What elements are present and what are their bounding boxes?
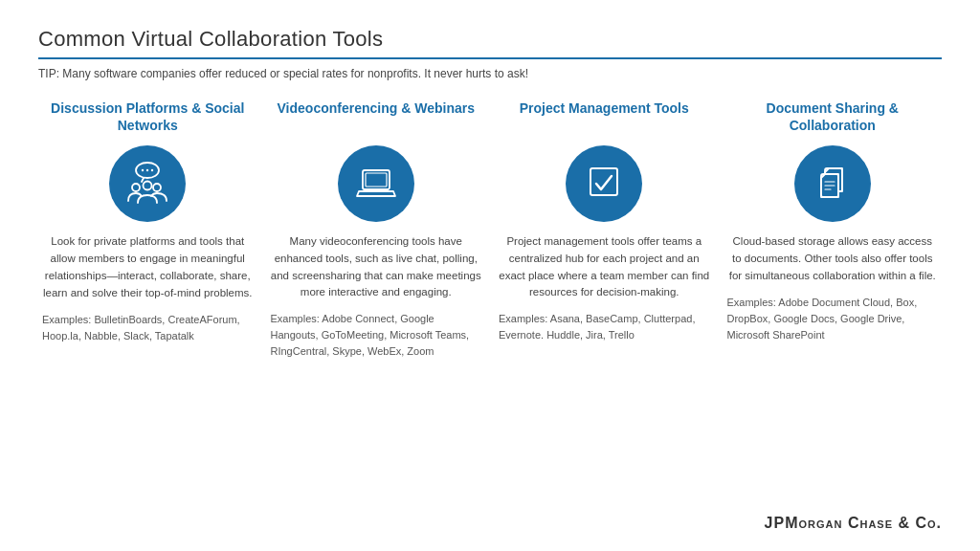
checkbox-icon xyxy=(579,161,629,207)
col-examples-projectmanagement: Examples: Asana, BaseCamp, Clutterpad, E… xyxy=(495,311,714,343)
icon-circle-discussion xyxy=(109,145,186,222)
svg-point-1 xyxy=(142,169,144,171)
svg-rect-10 xyxy=(590,168,617,195)
col-title-projectmanagement: Project Management Tools xyxy=(520,99,689,134)
col-examples-videoconferencing: Examples: Adobe Connect, Google Hangouts… xyxy=(267,311,486,360)
column-videoconferencing: Videoconferencing & Webinars Many videoc… xyxy=(267,99,486,509)
page: Common Virtual Collaboration Tools TIP: … xyxy=(0,0,980,551)
laptop-icon xyxy=(351,161,401,207)
tip-text: TIP: Many software companies offer reduc… xyxy=(38,67,942,80)
title-divider xyxy=(38,57,942,59)
icon-circle-documentsharing xyxy=(794,145,871,222)
col-description-documentsharing: Cloud-based storage allows easy access t… xyxy=(724,233,943,284)
brand-logo: JPMorgan Chase & Co. xyxy=(765,515,942,532)
column-discussion: Discussion Platforms & Social Networks xyxy=(38,99,257,509)
footer: JPMorgan Chase & Co. xyxy=(38,509,942,532)
col-description-discussion: Look for private platforms and tools tha… xyxy=(38,233,257,301)
col-title-documentsharing: Document Sharing & Collaboration xyxy=(724,99,943,134)
svg-point-5 xyxy=(153,184,161,191)
documents-icon xyxy=(808,161,858,207)
svg-point-3 xyxy=(151,169,153,171)
svg-point-6 xyxy=(144,182,152,190)
icon-circle-projectmanagement xyxy=(566,145,642,222)
icon-circle-videoconferencing xyxy=(338,145,414,222)
col-description-videoconferencing: Many videoconferencing tools have enhanc… xyxy=(267,233,486,301)
people-chat-icon xyxy=(122,161,172,207)
column-documentsharing: Document Sharing & Collaboration Cloud-b… xyxy=(724,99,943,509)
col-examples-documentsharing: Examples: Adobe Document Cloud, Box, Dro… xyxy=(724,295,943,343)
col-title-videoconferencing: Videoconferencing & Webinars xyxy=(278,99,475,134)
col-description-projectmanagement: Project management tools offer teams a c… xyxy=(495,233,714,301)
col-title-discussion: Discussion Platforms & Social Networks xyxy=(38,99,257,134)
col-examples-discussion: Examples: BulletinBoards, CreateAForum, … xyxy=(38,312,257,344)
svg-point-2 xyxy=(146,169,148,171)
column-projectmanagement: Project Management Tools Project managem… xyxy=(495,99,714,509)
columns-container: Discussion Platforms & Social Networks xyxy=(38,99,942,509)
title-section: Common Virtual Collaboration Tools TIP: … xyxy=(38,27,942,94)
svg-rect-8 xyxy=(366,173,387,187)
page-title: Common Virtual Collaboration Tools xyxy=(38,27,942,52)
svg-point-4 xyxy=(132,184,140,191)
